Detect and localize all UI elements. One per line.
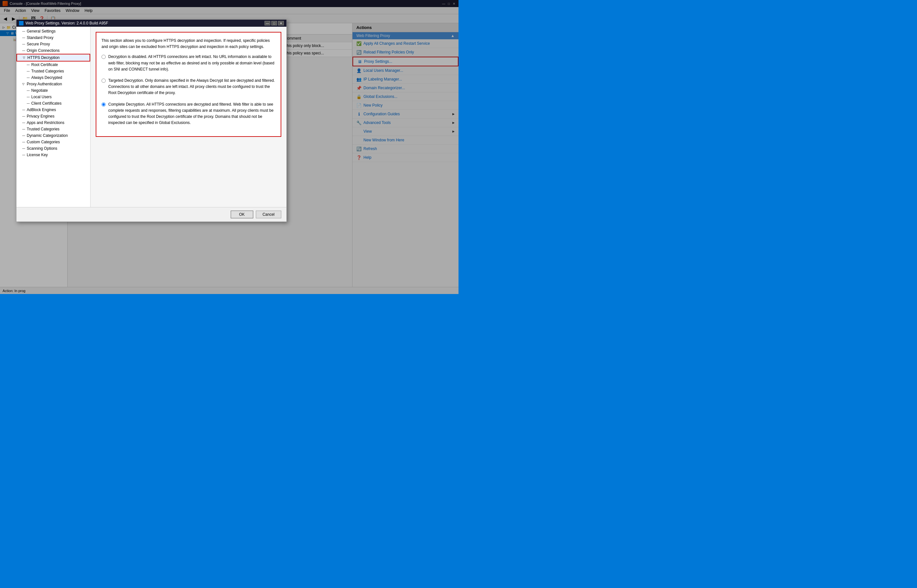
radio-option-targeted: Targeted Decryption. Only domains specif… — [102, 78, 275, 96]
modal-tree-always-decrypted[interactable]: — Always Decrypted — [16, 74, 90, 81]
modal-tree-standard-proxy[interactable]: — Standard Proxy — [16, 34, 90, 41]
modal-tree-scanning-options[interactable]: — Scanning Options — [16, 145, 90, 152]
modal-tree-client-certificates[interactable]: — Client Certificates — [16, 100, 90, 107]
radio-targeted-label: Targeted Decryption. Only domains specif… — [108, 78, 275, 96]
modal-titlebar: Web Proxy Settings. Version: 2.4.0.0 Bui… — [16, 19, 286, 27]
modal-footer: OK Cancel — [16, 207, 286, 221]
modal-tree-license-key[interactable]: — License Key — [16, 152, 90, 158]
modal-maximize[interactable]: □ — [271, 21, 277, 26]
modal-tree: — General Settings — Standard Proxy — Se… — [16, 27, 91, 207]
modal-title: Web Proxy Settings. Version: 2.4.0.0 Bui… — [26, 21, 265, 26]
radio-option-complete: Complete Decryption. All HTTPS connectio… — [102, 102, 275, 126]
modal-content: This section allows you to configure HTT… — [91, 27, 286, 207]
modal-tree-adblock-engines[interactable]: — AdBlock Engines — [16, 107, 90, 113]
radio-decryption-targeted[interactable] — [102, 79, 106, 83]
modal-tree-privacy-engines[interactable]: — Privacy Engines — [16, 113, 90, 120]
modal-body: — General Settings — Standard Proxy — Se… — [16, 27, 286, 207]
modal-close[interactable]: ✕ — [278, 21, 284, 26]
modal-tree-apps-restrictions[interactable]: — Apps and Restrictions — [16, 120, 90, 126]
modal-tree-proxy-auth[interactable]: ▽ Proxy Authentication — [16, 81, 90, 87]
modal-tree-root-certificate[interactable]: — Root Certificate — [16, 61, 90, 68]
modal-tree-custom-categories[interactable]: — Custom Categories — [16, 139, 90, 145]
modal-controls[interactable]: — □ ✕ — [265, 21, 284, 26]
radio-complete-label: Complete Decryption. All HTTPS connectio… — [108, 102, 275, 126]
cancel-button[interactable]: Cancel — [256, 211, 281, 218]
modal-tree-general-settings[interactable]: — General Settings — [16, 28, 90, 34]
radio-decryption-complete[interactable] — [102, 102, 106, 107]
modal-tree-negotiate[interactable]: — Negotiate — [16, 87, 90, 94]
radio-decryption-disabled[interactable] — [102, 55, 106, 59]
radio-option-disabled: Decryption is disabled. All HTTPS connec… — [102, 54, 275, 73]
decryption-options-box: This section allows you to configure HTT… — [96, 32, 281, 137]
modal-tree-trusted-categories-1[interactable]: — Trusted Categories — [16, 68, 90, 74]
modal-icon — [19, 21, 24, 26]
modal-tree-origin-connections[interactable]: — Origin Connections — [16, 47, 90, 54]
decryption-intro: This section allows you to configure HTT… — [102, 38, 275, 50]
radio-disabled-label: Decryption is disabled. All HTTPS connec… — [108, 54, 275, 73]
modal-tree-https-decryption[interactable]: ▽ HTTPS Decryption — [16, 54, 90, 61]
ok-button[interactable]: OK — [231, 211, 253, 218]
modal-overlay: Web Proxy Settings. Version: 2.4.0.0 Bui… — [0, 0, 458, 294]
modal-minimize[interactable]: — — [265, 21, 270, 26]
modal-tree-dynamic-categorization[interactable]: — Dynamic Categorization — [16, 132, 90, 139]
modal-tree-trusted-categories-2[interactable]: — Trusted Categories — [16, 126, 90, 132]
modal-tree-secure-proxy[interactable]: — Secure Proxy — [16, 41, 90, 47]
modal-tree-local-users[interactable]: — Local Users — [16, 94, 90, 100]
modal-dialog: Web Proxy Settings. Version: 2.4.0.0 Bui… — [16, 19, 287, 222]
